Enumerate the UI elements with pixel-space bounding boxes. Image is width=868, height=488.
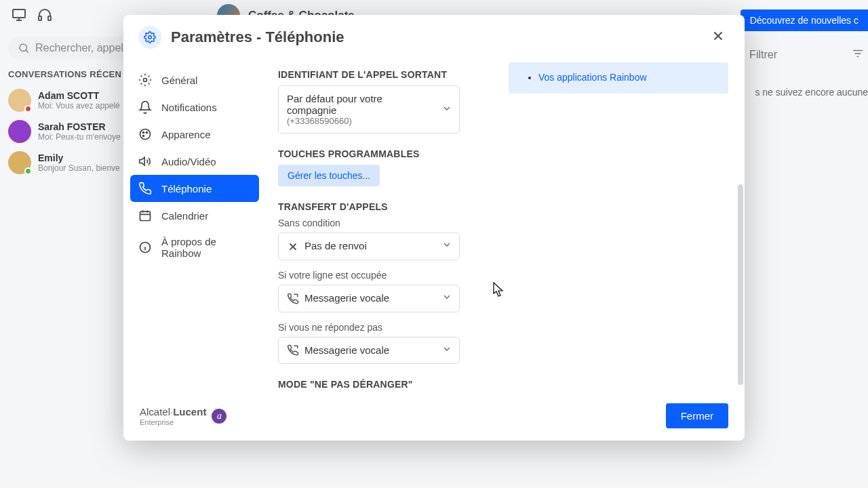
modal-header: Paramètres - Téléphonie [123, 15, 745, 62]
section-prog-keys: TOUCHES PROGRAMMABLES [278, 148, 704, 159]
svg-point-5 [144, 79, 147, 82]
settings-modal: Paramètres - Téléphonie Général Notifica… [123, 15, 745, 441]
scrollbar[interactable] [738, 184, 743, 385]
svg-point-8 [146, 132, 148, 134]
nav-telephony[interactable]: Téléphonie [130, 175, 259, 202]
info-link[interactable]: Vos applications Rainbow [538, 72, 647, 83]
forward-uncond-label: Sans condition [278, 218, 704, 228]
dd-value: Pas de renvoi [304, 240, 367, 251]
svg-point-6 [140, 129, 151, 140]
gear-icon [138, 73, 152, 87]
settings-nav: Général Notifications Apparence Audio/Vi… [123, 62, 266, 395]
nav-label: À propos de Rainbow [161, 236, 251, 259]
info-icon [138, 241, 152, 254]
chevron-down-icon [441, 103, 452, 117]
dd-value: Messagerie vocale [304, 344, 389, 356]
nav-audio-video[interactable]: Audio/Vidéo [130, 148, 259, 175]
svg-point-4 [149, 36, 152, 39]
chevron-down-icon [441, 239, 452, 253]
nav-general[interactable]: Général [130, 66, 259, 94]
svg-rect-10 [140, 211, 151, 220]
svg-point-9 [143, 136, 144, 137]
voicemail-icon [287, 344, 299, 357]
outgoing-id-select[interactable]: Par défaut pour votre compagnie (+333685… [278, 85, 460, 134]
gear-icon [138, 26, 161, 49]
manage-keys-button[interactable]: Gérer les touches... [278, 165, 380, 186]
chevron-down-icon [441, 344, 452, 357]
calendar-icon [138, 209, 152, 222]
nav-label: Apparence [161, 129, 211, 140]
dd-value: Messagerie vocale [304, 292, 389, 304]
modal-overlay: Paramètres - Téléphonie Général Notifica… [0, 0, 868, 488]
close-icon[interactable] [707, 24, 730, 50]
modal-title: Paramètres - Téléphonie [171, 28, 344, 46]
nav-calendar[interactable]: Calendrier [130, 202, 259, 229]
phone-icon [138, 182, 152, 195]
forward-busy-select[interactable]: Messagerie vocale [278, 285, 460, 312]
nav-appearance[interactable]: Apparence [130, 121, 259, 148]
speaker-icon [138, 155, 152, 168]
brand-badge-icon: a [212, 409, 226, 424]
nav-label: Calendrier [161, 210, 208, 222]
dd-subvalue: (+33368590660) [287, 116, 435, 126]
close-button[interactable]: Fermer [666, 403, 728, 428]
forward-noanswer-label: Si vous ne répondez pas [278, 322, 704, 333]
nav-notifications[interactable]: Notifications [130, 94, 259, 121]
palette-icon [138, 127, 152, 141]
info-panel: Vos applications Rainbow [509, 62, 728, 94]
nav-about[interactable]: À propos de Rainbow [130, 229, 259, 266]
modal-footer: Alcatel·Lucent Enterprise a Fermer [123, 395, 745, 441]
settings-content: Vos applications Rainbow IDENTIFIANT DE … [266, 62, 745, 395]
close-icon [287, 241, 299, 253]
forward-noanswer-select[interactable]: Messagerie vocale [278, 337, 460, 365]
section-dnd: MODE "NE PAS DÉRANGER" [278, 379, 704, 390]
svg-point-7 [143, 132, 144, 134]
voicemail-icon [287, 293, 299, 305]
brand-logo: Alcatel·Lucent Enterprise a [140, 406, 226, 426]
nav-label: Audio/Vidéo [161, 156, 216, 167]
nav-label: Téléphonie [161, 183, 212, 195]
nav-label: Notifications [161, 102, 217, 113]
bell-icon [138, 100, 152, 114]
forward-uncond-select[interactable]: Pas de renvoi [278, 232, 460, 260]
forward-busy-label: Si votre ligne est occupée [278, 270, 704, 281]
nav-label: Général [161, 75, 197, 86]
section-call-forward: TRANSFERT D'APPELS [278, 201, 704, 212]
dd-value: Par défaut pour votre compagnie [287, 93, 435, 116]
chevron-down-icon [441, 291, 452, 305]
